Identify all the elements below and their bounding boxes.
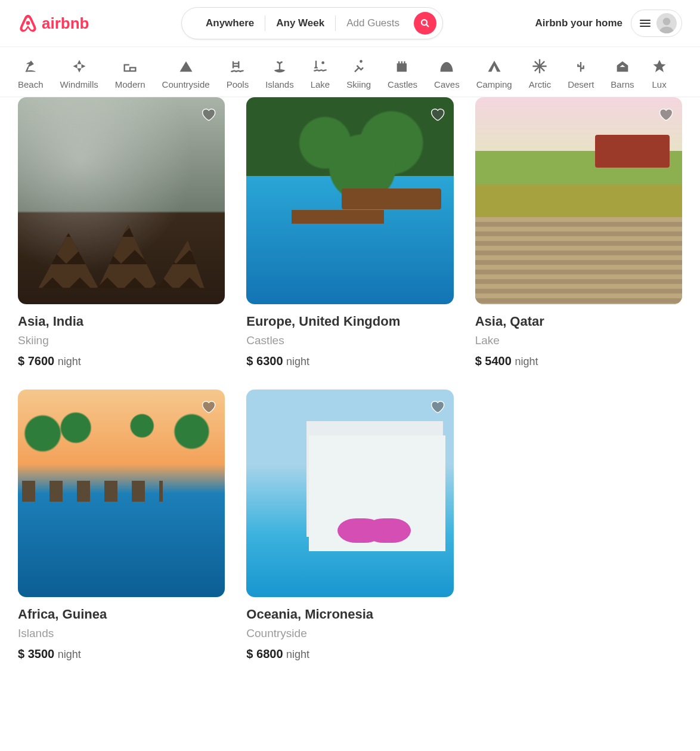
- lux-icon: [651, 58, 668, 75]
- price-per: night: [286, 356, 309, 367]
- profile-menu[interactable]: [631, 10, 682, 37]
- category-camping[interactable]: Camping: [476, 58, 512, 89]
- modern-icon: [122, 58, 138, 75]
- beach-icon: [22, 58, 39, 75]
- castle-icon: [394, 58, 411, 75]
- island-icon: [271, 58, 288, 75]
- windmill-icon: [71, 58, 88, 75]
- search-bar[interactable]: Anywhere Any Week Add Guests: [181, 7, 443, 39]
- category-lake[interactable]: Lake: [311, 58, 330, 89]
- cave-icon: [438, 58, 455, 75]
- listing-price: $ 6800 night: [246, 647, 453, 661]
- listing-image: [246, 97, 453, 304]
- listing-price: $ 7600 night: [18, 354, 225, 368]
- category-pools[interactable]: Pools: [227, 58, 249, 89]
- listing-card[interactable]: Africa, GuineaIslands$ 3500 night: [18, 390, 225, 660]
- listing-category: Countryside: [246, 627, 453, 640]
- heart-icon: [200, 106, 216, 122]
- category-label: Arctic: [529, 79, 552, 89]
- category-arctic[interactable]: Arctic: [529, 58, 552, 89]
- favorite-button[interactable]: [429, 106, 445, 122]
- heart-icon: [200, 398, 216, 415]
- listing-category: Skiing: [18, 334, 225, 347]
- favorite-button[interactable]: [200, 106, 216, 122]
- listing-title: Europe, United Kingdom: [246, 314, 453, 329]
- price-per: night: [515, 356, 538, 367]
- listing-image: [246, 390, 453, 597]
- price-per: night: [58, 356, 81, 367]
- heart-icon: [657, 106, 674, 122]
- category-lux[interactable]: Lux: [651, 58, 668, 89]
- heart-icon: [429, 398, 445, 415]
- desert-icon: [572, 58, 589, 75]
- category-label: Pools: [227, 79, 249, 89]
- favorite-button[interactable]: [429, 398, 445, 415]
- svg-point-2: [422, 20, 427, 25]
- category-label: Camping: [476, 79, 512, 89]
- heart-icon: [429, 106, 445, 122]
- avatar: [656, 13, 677, 33]
- category-label: Desert: [568, 79, 594, 89]
- category-skiing[interactable]: Skiing: [346, 58, 371, 89]
- brand-name: airbnb: [42, 14, 89, 33]
- category-windmills[interactable]: Windmills: [60, 58, 98, 89]
- listing-category: Lake: [475, 334, 682, 347]
- category-label: Skiing: [346, 79, 371, 89]
- listing-price: $ 5400 night: [475, 354, 682, 368]
- category-bar: BeachWindmillsModernCountrysidePoolsIsla…: [0, 47, 700, 97]
- svg-point-3: [663, 18, 671, 26]
- category-modern[interactable]: Modern: [115, 58, 145, 89]
- category-label: Countryside: [162, 79, 210, 89]
- listing-category: Castles: [246, 334, 453, 347]
- category-caves[interactable]: Caves: [434, 58, 460, 89]
- ski-icon: [351, 58, 367, 75]
- listings-grid: Asia, IndiaSkiing$ 7600 nightEurope, Uni…: [18, 97, 682, 661]
- listing-title: Asia, India: [18, 314, 225, 329]
- barn-icon: [614, 58, 631, 75]
- listing-card[interactable]: Oceania, MicronesiaCountryside$ 6800 nig…: [246, 390, 453, 660]
- favorite-button[interactable]: [657, 106, 674, 122]
- listing-image: [18, 390, 225, 597]
- category-label: Windmills: [60, 79, 98, 89]
- listing-title: Africa, Guinea: [18, 607, 225, 622]
- host-your-home-link[interactable]: Airbnb your home: [535, 17, 622, 29]
- category-label: Castles: [388, 79, 417, 89]
- listing-title: Oceania, Micronesia: [246, 607, 453, 622]
- listing-card[interactable]: Asia, QatarLake$ 5400 night: [475, 97, 682, 368]
- lake-icon: [312, 58, 329, 75]
- site-header: airbnb Anywhere Any Week Add Guests Airb…: [0, 0, 700, 47]
- search-who[interactable]: Add Guests: [336, 15, 410, 32]
- category-islands[interactable]: Islands: [265, 58, 294, 89]
- listing-image: [475, 97, 682, 304]
- category-barns[interactable]: Barns: [611, 58, 634, 89]
- listing-category: Islands: [18, 627, 225, 640]
- listing-price: $ 6300 night: [246, 354, 453, 368]
- category-desert[interactable]: Desert: [568, 58, 594, 89]
- category-label: Modern: [115, 79, 145, 89]
- arctic-icon: [531, 58, 548, 75]
- category-label: Lake: [311, 79, 330, 89]
- favorite-button[interactable]: [200, 398, 216, 415]
- listing-price: $ 3500 night: [18, 647, 225, 661]
- airbnb-logo-icon: [18, 13, 38, 33]
- category-beach[interactable]: Beach: [18, 58, 44, 89]
- category-castles[interactable]: Castles: [388, 58, 417, 89]
- price-per: night: [58, 648, 81, 660]
- category-label: Caves: [434, 79, 460, 89]
- category-label: Islands: [265, 79, 294, 89]
- category-label: Barns: [611, 79, 634, 89]
- search-button[interactable]: [414, 12, 436, 35]
- category-label: Lux: [652, 79, 666, 89]
- camping-icon: [486, 58, 503, 75]
- category-countryside[interactable]: Countryside: [162, 58, 210, 89]
- listing-title: Asia, Qatar: [475, 314, 682, 329]
- pool-icon: [229, 58, 246, 75]
- mountain-icon: [178, 58, 194, 75]
- category-label: Beach: [18, 79, 44, 89]
- brand-logo[interactable]: airbnb: [18, 13, 89, 33]
- listing-card[interactable]: Asia, IndiaSkiing$ 7600 night: [18, 97, 225, 368]
- search-when[interactable]: Any Week: [265, 15, 335, 32]
- menu-icon: [640, 18, 651, 29]
- listing-card[interactable]: Europe, United KingdomCastles$ 6300 nigh…: [246, 97, 453, 368]
- search-where[interactable]: Anywhere: [195, 15, 265, 32]
